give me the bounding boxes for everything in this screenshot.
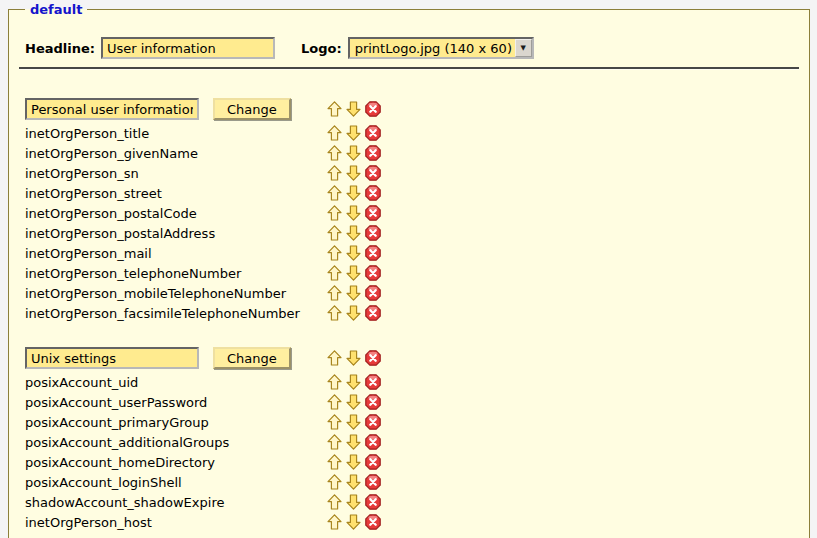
move-down-icon[interactable] xyxy=(346,265,362,281)
attribute-row-content: posixAccount_uid xyxy=(25,375,327,390)
attribute-row: posixAccount_additionalGroups xyxy=(25,432,799,452)
attribute-row: posixAccount_homeDirectory xyxy=(25,452,799,472)
delete-icon[interactable] xyxy=(365,514,381,530)
delete-icon[interactable] xyxy=(365,394,381,410)
move-up-icon[interactable] xyxy=(327,414,343,430)
row-action-icons xyxy=(327,434,381,450)
field-label: inetOrgPerson_postalAddress xyxy=(25,226,215,241)
move-down-icon[interactable] xyxy=(346,454,362,470)
header-row: Headline: Logo: printLogo.jpg (140 x 60)… xyxy=(25,37,799,59)
row-action-icons xyxy=(327,514,381,530)
move-up-icon[interactable] xyxy=(327,514,343,530)
delete-icon[interactable] xyxy=(365,145,381,161)
delete-icon[interactable] xyxy=(365,101,381,117)
attribute-row: posixAccount_primaryGroup xyxy=(25,412,799,432)
delete-icon[interactable] xyxy=(365,434,381,450)
move-up-icon[interactable] xyxy=(327,125,343,141)
row-action-icons xyxy=(327,165,381,181)
move-down-icon[interactable] xyxy=(346,285,362,301)
move-up-icon[interactable] xyxy=(327,165,343,181)
move-down-icon[interactable] xyxy=(346,350,362,366)
field-label: inetOrgPerson_telephoneNumber xyxy=(25,266,241,281)
delete-icon[interactable] xyxy=(365,225,381,241)
attribute-section: Change posixAccount_uid xyxy=(25,347,799,532)
attribute-row-content: inetOrgPerson_givenName xyxy=(25,146,327,161)
move-down-icon[interactable] xyxy=(346,494,362,510)
attribute-row: shadowAccount_shadowExpire xyxy=(25,492,799,512)
move-down-icon[interactable] xyxy=(346,185,362,201)
move-up-icon[interactable] xyxy=(327,350,343,366)
move-up-icon[interactable] xyxy=(327,265,343,281)
move-down-icon[interactable] xyxy=(346,125,362,141)
move-up-icon[interactable] xyxy=(327,374,343,390)
row-action-icons xyxy=(327,394,381,410)
move-down-icon[interactable] xyxy=(346,474,362,490)
delete-icon[interactable] xyxy=(365,414,381,430)
field-label: inetOrgPerson_givenName xyxy=(25,146,198,161)
move-down-icon[interactable] xyxy=(346,394,362,410)
delete-icon[interactable] xyxy=(365,374,381,390)
delete-icon[interactable] xyxy=(365,305,381,321)
logo-select[interactable]: printLogo.jpg (140 x 60) ▼ xyxy=(348,37,534,59)
move-up-icon[interactable] xyxy=(327,305,343,321)
divider xyxy=(19,67,799,70)
change-button[interactable]: Change xyxy=(213,347,291,369)
delete-icon[interactable] xyxy=(365,185,381,201)
move-down-icon[interactable] xyxy=(346,205,362,221)
section-title-input[interactable] xyxy=(25,347,199,369)
delete-icon[interactable] xyxy=(365,494,381,510)
default-structure-panel: default Headline: Logo: printLogo.jpg (1… xyxy=(8,2,810,538)
move-up-icon[interactable] xyxy=(327,225,343,241)
delete-icon[interactable] xyxy=(365,165,381,181)
headline-label: Headline: xyxy=(25,41,95,56)
move-up-icon[interactable] xyxy=(327,245,343,261)
delete-icon[interactable] xyxy=(365,125,381,141)
delete-icon[interactable] xyxy=(365,285,381,301)
field-label: inetOrgPerson_facsimileTelephoneNumber xyxy=(25,306,300,321)
attribute-row-content: inetOrgPerson_title xyxy=(25,126,327,141)
move-up-icon[interactable] xyxy=(327,205,343,221)
move-up-icon[interactable] xyxy=(327,101,343,117)
move-up-icon[interactable] xyxy=(327,434,343,450)
change-button[interactable]: Change xyxy=(213,98,291,120)
delete-icon[interactable] xyxy=(365,454,381,470)
move-down-icon[interactable] xyxy=(346,434,362,450)
move-down-icon[interactable] xyxy=(346,225,362,241)
attribute-row: posixAccount_uid xyxy=(25,372,799,392)
headline-input[interactable] xyxy=(101,37,275,59)
field-label: shadowAccount_shadowExpire xyxy=(25,495,224,510)
field-label: inetOrgPerson_title xyxy=(25,126,149,141)
attribute-row: inetOrgPerson_host xyxy=(25,512,799,532)
move-up-icon[interactable] xyxy=(327,454,343,470)
row-action-icons xyxy=(327,245,381,261)
move-down-icon[interactable] xyxy=(346,101,362,117)
attribute-row-content: inetOrgPerson_mail xyxy=(25,246,327,261)
field-label: inetOrgPerson_host xyxy=(25,515,152,530)
move-up-icon[interactable] xyxy=(327,285,343,301)
delete-icon[interactable] xyxy=(365,350,381,366)
move-down-icon[interactable] xyxy=(346,514,362,530)
section-header-row: Change xyxy=(25,347,799,369)
move-down-icon[interactable] xyxy=(346,374,362,390)
move-down-icon[interactable] xyxy=(346,305,362,321)
chevron-down-icon[interactable]: ▼ xyxy=(515,39,532,57)
move-down-icon[interactable] xyxy=(346,414,362,430)
field-label: posixAccount_homeDirectory xyxy=(25,455,215,470)
delete-icon[interactable] xyxy=(365,205,381,221)
move-up-icon[interactable] xyxy=(327,185,343,201)
attribute-row: inetOrgPerson_mobileTelephoneNumber xyxy=(25,283,799,303)
move-up-icon[interactable] xyxy=(327,394,343,410)
row-action-icons xyxy=(327,374,381,390)
delete-icon[interactable] xyxy=(365,245,381,261)
delete-icon[interactable] xyxy=(365,474,381,490)
move-up-icon[interactable] xyxy=(327,474,343,490)
move-down-icon[interactable] xyxy=(346,145,362,161)
move-down-icon[interactable] xyxy=(346,245,362,261)
attribute-row: inetOrgPerson_givenName xyxy=(25,143,799,163)
delete-icon[interactable] xyxy=(365,265,381,281)
move-down-icon[interactable] xyxy=(346,165,362,181)
sections-container: Change inetOrgPerson_title xyxy=(19,98,799,532)
move-up-icon[interactable] xyxy=(327,145,343,161)
section-title-input[interactable] xyxy=(25,98,199,120)
move-up-icon[interactable] xyxy=(327,494,343,510)
